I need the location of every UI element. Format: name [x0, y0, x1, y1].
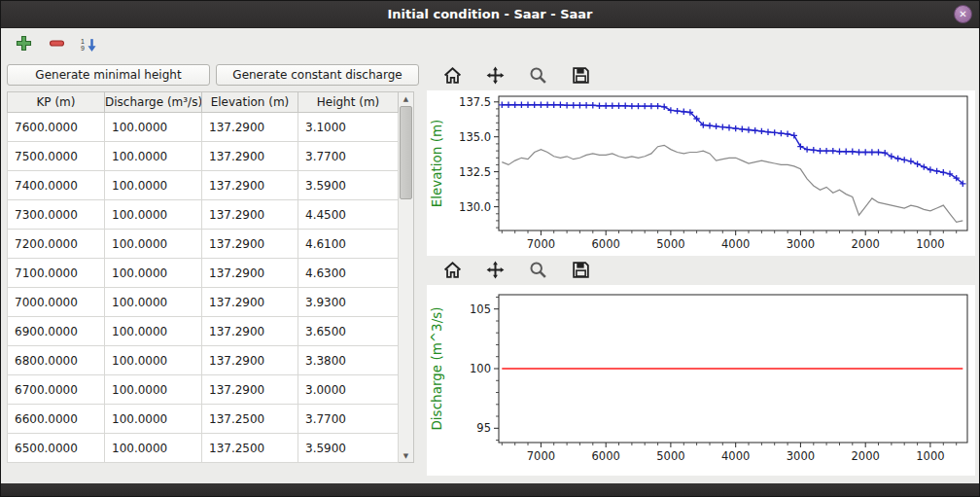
column-header[interactable]: Elevation (m) [202, 92, 298, 113]
table-cell[interactable]: 3.0000 [298, 375, 399, 405]
table-cell[interactable]: 137.2500 [202, 434, 298, 463]
table-cell[interactable]: 7300.0000 [8, 200, 105, 230]
table-row[interactable]: 6900.0000100.0000137.29003.6500 [8, 317, 399, 346]
app-window: Initial condition - Saar - Saar ✕ 1 9 Ge… [0, 0, 980, 497]
table-cell[interactable]: 100.0000 [105, 405, 202, 434]
table-cell[interactable]: 4.6300 [298, 259, 399, 288]
home-icon [442, 65, 463, 89]
table-row[interactable]: 7600.0000100.0000137.29003.1000 [8, 113, 399, 142]
table-cell[interactable]: 137.2900 [202, 317, 298, 346]
table-row[interactable]: 7100.0000100.0000137.29004.6300 [8, 259, 399, 288]
sort-ascending-icon: 1 9 [81, 37, 98, 53]
table-cell[interactable]: 137.2900 [202, 200, 298, 230]
table-cell[interactable]: 7400.0000 [8, 171, 105, 200]
table-cell[interactable]: 100.0000 [105, 113, 202, 142]
table-cell[interactable]: 7100.0000 [8, 259, 105, 288]
table-row[interactable]: 7500.0000100.0000137.29003.7700 [8, 142, 399, 171]
table-cell[interactable]: 3.6500 [298, 317, 399, 346]
table-cell[interactable]: 7000.0000 [8, 288, 105, 317]
zoom-icon [528, 65, 548, 89]
table-cell[interactable]: 3.7700 [298, 405, 399, 434]
elevation-plot[interactable]: 7000600050004000300020001000130.0132.513… [427, 90, 975, 256]
column-header[interactable]: Discharge (m³/s) [105, 92, 202, 113]
table-cell[interactable]: 3.5900 [298, 171, 399, 200]
scrollbar-track[interactable] [399, 105, 413, 449]
svg-text:2000: 2000 [852, 237, 880, 251]
table-cell[interactable]: 100.0000 [105, 288, 202, 317]
table-cell[interactable]: 3.9300 [298, 288, 399, 317]
table-cell[interactable]: 3.1000 [298, 113, 399, 142]
table-cell[interactable]: 100.0000 [105, 259, 202, 288]
column-header[interactable]: Height (m) [298, 92, 399, 113]
table-cell[interactable]: 137.2900 [202, 142, 298, 171]
table-row[interactable]: 7000.0000100.0000137.29003.9300 [8, 288, 399, 317]
table-cell[interactable]: 100.0000 [105, 142, 202, 171]
generate-constant-discharge-button[interactable]: Generate constant discharge [216, 64, 419, 86]
home-button[interactable] [440, 260, 464, 283]
svg-text:Elevation (m): Elevation (m) [429, 120, 444, 208]
home-button[interactable] [440, 65, 464, 89]
table-cell[interactable]: 3.3800 [298, 346, 399, 375]
table-header-row: KP (m)Discharge (m³/s)Elevation (m)Heigh… [8, 92, 399, 113]
table-area: KP (m)Discharge (m³/s)Elevation (m)Heigh… [7, 91, 419, 463]
sort-button[interactable]: 1 9 [77, 32, 102, 57]
table-cell[interactable]: 3.7700 [298, 142, 399, 171]
table-cell[interactable]: 6600.0000 [8, 405, 105, 434]
table-cell[interactable]: 6700.0000 [8, 375, 105, 405]
table-cell[interactable]: 7600.0000 [8, 113, 105, 142]
table-cell[interactable]: 137.2900 [202, 288, 298, 317]
svg-text:130.0: 130.0 [459, 200, 491, 214]
pan-button[interactable] [483, 260, 507, 283]
svg-text:3000: 3000 [787, 449, 815, 463]
discharge-plot[interactable]: 700060005000400030002000100095100105Disc… [427, 285, 975, 476]
svg-text:3000: 3000 [787, 237, 815, 251]
content-area: Generate minimal height Generate constan… [1, 61, 979, 483]
close-button[interactable]: ✕ [954, 5, 972, 23]
remove-row-button[interactable] [44, 32, 69, 57]
table-cell[interactable]: 100.0000 [105, 317, 202, 346]
table-cell[interactable]: 137.2900 [202, 171, 298, 200]
table-cell[interactable]: 100.0000 [105, 346, 202, 375]
save-button[interactable] [569, 65, 592, 89]
zoom-button[interactable] [526, 65, 549, 89]
table-cell[interactable]: 4.6100 [298, 230, 399, 259]
table-cell[interactable]: 137.2900 [202, 113, 298, 142]
save-icon [571, 65, 591, 89]
zoom-button[interactable] [526, 260, 549, 283]
vertical-scrollbar[interactable]: ▲ ▼ [399, 91, 414, 463]
scroll-up-icon[interactable]: ▲ [399, 92, 413, 105]
table-row[interactable]: 6700.0000100.0000137.29003.0000 [8, 375, 399, 405]
add-row-button[interactable] [11, 32, 36, 57]
table-row[interactable]: 7300.0000100.0000137.29004.4500 [8, 200, 399, 230]
svg-text:7000: 7000 [527, 237, 555, 251]
table-cell[interactable]: 137.2900 [202, 346, 298, 375]
table-row[interactable]: 6600.0000100.0000137.25003.7700 [8, 405, 399, 434]
table-cell[interactable]: 6800.0000 [8, 346, 105, 375]
table-cell[interactable]: 7500.0000 [8, 142, 105, 171]
table-cell[interactable]: 137.2900 [202, 230, 298, 259]
table-row[interactable]: 6800.0000100.0000137.29003.3800 [8, 346, 399, 375]
table-cell[interactable]: 4.4500 [298, 200, 399, 230]
table-cell[interactable]: 137.2500 [202, 405, 298, 434]
table-cell[interactable]: 100.0000 [105, 375, 202, 405]
table-cell[interactable]: 7200.0000 [8, 230, 105, 259]
table-cell[interactable]: 6900.0000 [8, 317, 105, 346]
table-cell[interactable]: 137.2900 [202, 259, 298, 288]
table-cell[interactable]: 100.0000 [105, 434, 202, 463]
scroll-down-icon[interactable]: ▼ [399, 449, 413, 462]
table-cell[interactable]: 3.5900 [298, 434, 399, 463]
generate-minimal-height-button[interactable]: Generate minimal height [7, 64, 210, 86]
table-cell[interactable]: 100.0000 [105, 200, 202, 230]
table-row[interactable]: 7400.0000100.0000137.29003.5900 [8, 171, 399, 200]
save-button[interactable] [569, 260, 592, 283]
column-header[interactable]: KP (m) [8, 92, 105, 113]
table-cell[interactable]: 6500.0000 [8, 434, 105, 463]
pan-button[interactable] [483, 65, 507, 89]
scrollbar-thumb[interactable] [400, 106, 412, 199]
table-row[interactable]: 7200.0000100.0000137.29004.6100 [8, 230, 399, 259]
table-cell[interactable]: 137.2900 [202, 375, 298, 405]
table-cell[interactable]: 100.0000 [105, 171, 202, 200]
window-titlebar[interactable]: Initial condition - Saar - Saar ✕ [1, 1, 979, 28]
table-cell[interactable]: 100.0000 [105, 230, 202, 259]
table-row[interactable]: 6500.0000100.0000137.25003.5900 [8, 434, 399, 463]
